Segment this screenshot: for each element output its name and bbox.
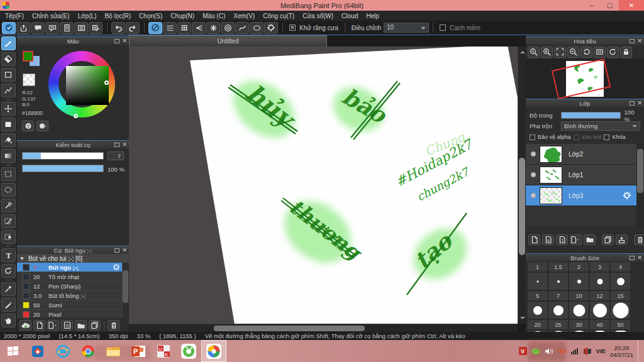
eyedropper-tool[interactable] [1,282,16,296]
lock-button[interactable] [620,47,632,58]
reset-rotation-button[interactable] [607,47,619,58]
canvas-viewport[interactable]: hủy bảo Chung #Hoidap2k7 chung2k7 thương [129,47,518,324]
snap-vanish-button[interactable] [192,22,206,34]
taskbar-medibang-icon[interactable] [201,340,226,362]
size-swatch[interactable] [548,272,569,290]
size-label[interactable]: 3 [589,261,610,272]
size-label[interactable]: 15 [610,290,631,301]
eraser-tool[interactable] [1,52,16,66]
menu-layer[interactable]: Lớp(L) [78,13,97,19]
lasso-tool[interactable] [1,183,16,197]
tray-language[interactable]: VIE [596,348,606,354]
brush-size-value[interactable]: 7 [108,151,124,160]
menu-help[interactable]: Help [366,13,379,19]
vertical-scrollbar[interactable] [518,47,526,324]
taskbar-chrome-icon[interactable] [75,340,101,362]
snap-radial-button[interactable] [206,22,220,34]
size-label[interactable]: 1 [527,261,548,272]
brush-group-row[interactable]: ▼Bút vẽ cho tui ;-; [6] [17,254,129,263]
brush-row[interactable]: 12Pen (Sharp) [17,282,129,291]
menu-tools[interactable]: Công cụ(T) [263,13,294,19]
magic-wand-tool[interactable] [1,199,16,212]
transparent-color-swatch[interactable] [23,74,35,86]
visibility-dot[interactable] [531,193,536,198]
tray-app-icon[interactable] [584,348,592,355]
select-eraser-tool[interactable] [1,230,16,244]
fit-rect-button[interactable] [594,47,606,58]
layer-delete-button[interactable] [634,234,644,245]
export-button[interactable] [16,22,30,34]
size-label[interactable]: 5 [527,290,548,301]
brush-list-scrollbar[interactable] [122,263,129,318]
size-label[interactable]: 12 [589,290,610,301]
hand-tool[interactable] [1,314,16,327]
shape-tool[interactable] [1,68,16,82]
layer-folder-button[interactable] [584,234,596,245]
document-tab[interactable]: Untitled [129,35,327,47]
popout-icon[interactable] [114,39,119,43]
tray-network-icon[interactable] [571,348,579,354]
palette-button[interactable] [22,121,34,131]
tray-leaf-icon[interactable] [531,348,540,355]
taskbar-unikey-icon[interactable]: UK [151,340,176,362]
grid-edit-button[interactable] [89,22,103,34]
taskbar-bluestacks-icon[interactable] [25,340,50,362]
pen-tool[interactable] [1,298,16,312]
brush-new-button[interactable] [33,320,45,331]
size-label[interactable]: 2 [569,261,589,272]
brush-tool[interactable] [1,36,16,50]
visibility-dot[interactable] [531,151,536,156]
layer-duplicate-button[interactable] [602,234,614,245]
snap-off-button[interactable] [148,22,162,34]
gear-icon[interactable] [113,263,120,271]
comment-button[interactable] [31,22,45,34]
zoom-in-button[interactable] [541,47,553,58]
layer-new-1bit-button[interactable]: 1 [556,234,568,245]
fit-screen-button[interactable] [554,47,566,58]
move-tool[interactable] [1,102,16,116]
close-icon[interactable]: ✕ [637,38,642,43]
menu-filter[interactable]: Bộ lọc(R) [104,13,131,19]
popout-icon[interactable] [630,256,635,260]
size-label[interactable]: 4 [610,261,631,272]
foreground-color-swatch[interactable] [23,51,33,62]
brush-delete-button[interactable] [108,320,119,331]
menu-window[interactable]: Cửa sổ(W) [303,13,333,19]
popout-icon[interactable] [630,39,635,43]
brush-opacity-slider[interactable] [22,165,104,172]
alpha-protect-checkbox[interactable] [530,134,535,140]
tray-v-icon[interactable]: V [519,347,527,355]
size-label[interactable]: 50 [610,319,631,330]
clip-checkbox[interactable] [574,134,579,140]
brush-script-button[interactable]: S [61,320,73,331]
layer-row[interactable]: Lớp1 [526,165,644,185]
antialias-checkbox[interactable]: ✕ [289,25,296,31]
size-label[interactable]: 10 [569,290,589,301]
zoom-actual-button[interactable] [528,47,540,58]
popout-icon[interactable] [114,248,119,253]
opacity-slider[interactable] [561,112,621,119]
taskbar-ie-icon[interactable] [50,340,75,362]
brush-row[interactable]: 3.0Bút tô bóng ;-; [17,291,129,300]
size-label[interactable]: 40 [589,319,610,330]
menu-snap[interactable]: Chụp(N) [170,13,194,19]
size-swatch[interactable] [548,301,569,319]
menu-select[interactable]: Chọn(S) [139,13,162,19]
brush-duplicate-button[interactable] [89,320,101,331]
popout-icon[interactable] [114,143,119,147]
layer-row[interactable]: Lớp2 [526,144,644,165]
close-icon[interactable]: ✕ [637,101,642,106]
close-icon[interactable]: ✕ [122,142,127,147]
brush-row[interactable]: 50Sumi [17,300,129,310]
size-label[interactable]: 25 [548,319,569,330]
brush-row[interactable]: 20Tô mờ nhạt [17,272,129,282]
tray-volume-muted-icon[interactable] [558,348,567,355]
menu-edit[interactable]: Chỉnh sửa(E) [32,13,70,19]
taskbar-powerpoint-icon[interactable]: P [126,340,151,362]
brush-add-dropdown-button[interactable] [47,320,59,331]
snap-curve-button[interactable] [235,22,249,34]
brush-row[interactable]: 7Bút ngu ;-; [17,263,129,272]
bucket-tool[interactable] [1,133,16,147]
size-label[interactable]: 20 [527,319,548,330]
cloud-save-button[interactable] [2,22,16,34]
